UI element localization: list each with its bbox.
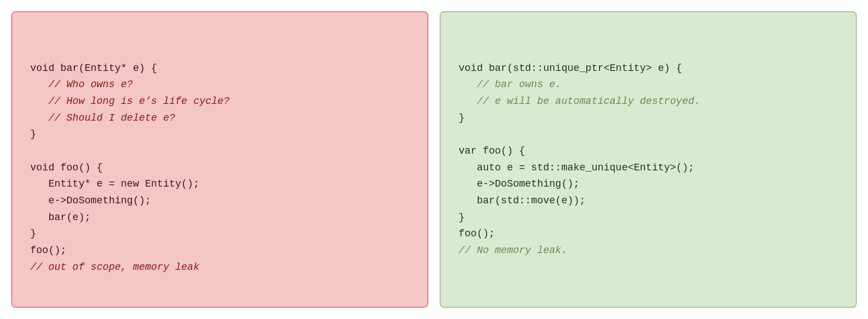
code-line: Entity* e = new Entity(); — [30, 178, 199, 189]
code-line: // out of scope, memory leak — [30, 261, 199, 273]
code-line: foo(); — [459, 228, 495, 239]
code-line: e->DoSomething(); — [459, 178, 579, 189]
code-line: foo(); — [30, 245, 67, 256]
panels-container: void bar(Entity* e) { // Who owns e? // … — [0, 0, 868, 319]
code-line: e->DoSomething(); — [30, 195, 151, 206]
code-line: void foo() { — [30, 162, 103, 173]
code-line: } — [459, 112, 465, 123]
code-line: auto e = std::make_unique<Entity>(); — [459, 162, 694, 173]
code-line: // Should I delete e? — [30, 112, 175, 123]
code-line: bar(e); — [30, 212, 91, 223]
code-line: } — [30, 128, 36, 140]
code-line: // No memory leak. — [459, 245, 567, 256]
code-block: void bar(std::unique_ptr<Entity> e) { //… — [459, 60, 838, 259]
code-line: // Who owns e? — [30, 79, 133, 90]
good-code-panel: void bar(std::unique_ptr<Entity> e) { //… — [440, 11, 857, 308]
code-line: // How long is e’s life cycle? — [30, 96, 229, 107]
code-line: bar(std::move(e)); — [459, 195, 586, 206]
code-line: } — [30, 228, 36, 239]
code-line: void bar(std::unique_ptr<Entity> e) { — [459, 63, 682, 74]
bad-code-panel: void bar(Entity* e) { // Who owns e? // … — [11, 11, 428, 308]
code-line: } — [459, 212, 465, 223]
code-line: var foo() { — [459, 145, 525, 156]
code-block: void bar(Entity* e) { // Who owns e? // … — [30, 60, 409, 276]
code-line: void bar(Entity* e) { — [30, 63, 157, 74]
code-line: // e will be automatically destroyed. — [459, 96, 700, 107]
code-line: // bar owns e. — [459, 79, 562, 90]
